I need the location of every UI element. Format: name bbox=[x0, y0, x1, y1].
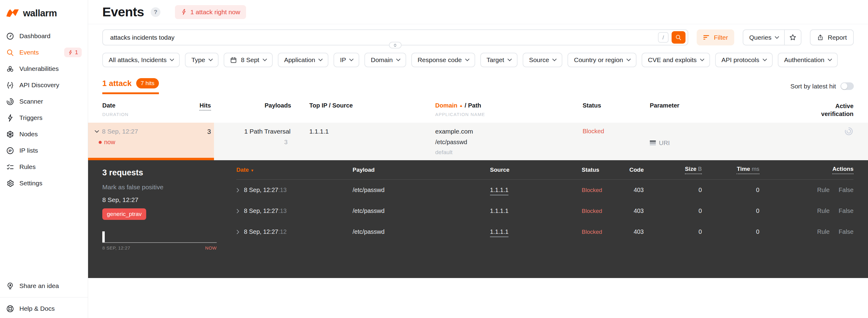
request-code: 403 bbox=[618, 228, 644, 235]
chip-country[interactable]: Country or region bbox=[567, 53, 636, 67]
attack-row[interactable]: 8 Sep, 12:27 now 3 1 Path Traversal 3 1.… bbox=[88, 123, 868, 160]
false-action[interactable]: False bbox=[839, 207, 854, 214]
request-row[interactable]: 8 Sep, 12:27:13 /etc/passwd 1.1.1.1 Bloc… bbox=[236, 201, 854, 222]
chip-label: IP bbox=[340, 56, 346, 64]
col-date[interactable]: Date ▼ bbox=[236, 167, 352, 173]
biohazard-icon bbox=[6, 65, 14, 73]
chip-api-protocols[interactable]: API protocols bbox=[715, 53, 773, 67]
rule-action[interactable]: Rule bbox=[817, 228, 830, 235]
chevron-down-icon bbox=[626, 57, 631, 61]
svg-text:IP: IP bbox=[8, 149, 11, 152]
false-action[interactable]: False bbox=[839, 186, 854, 194]
timeline-end: NOW bbox=[205, 245, 217, 251]
chevron-down-icon bbox=[465, 57, 469, 61]
request-time: 0 bbox=[702, 186, 760, 194]
sidebar-item-dashboard[interactable]: Dashboard bbox=[0, 28, 88, 44]
attack-top-ip[interactable]: 1.1.1.1 bbox=[294, 123, 435, 160]
scanner-icon bbox=[6, 97, 14, 106]
wallarm-logo-icon bbox=[6, 8, 19, 18]
api-braces-icon bbox=[6, 81, 14, 89]
sort-toggle[interactable] bbox=[840, 82, 854, 90]
chip-target[interactable]: Target bbox=[480, 53, 518, 67]
sidebar-item-rules[interactable]: Rules bbox=[0, 159, 88, 175]
sidebar-item-label: Dashboard bbox=[19, 32, 51, 40]
chevron-down-icon bbox=[349, 57, 353, 61]
chevron-down-icon bbox=[507, 57, 512, 61]
chip-cve[interactable]: CVE and exploits bbox=[642, 53, 710, 67]
col-time[interactable]: Time ms bbox=[702, 166, 760, 174]
chip-domain[interactable]: Domain bbox=[364, 53, 406, 67]
queries-button-label: Queries bbox=[749, 34, 771, 41]
filter-button-label: Filter bbox=[714, 34, 728, 41]
request-date: 8 Sep, 12:27 bbox=[244, 207, 278, 214]
chip-label: Type bbox=[191, 56, 205, 64]
chevron-down-icon bbox=[263, 57, 267, 61]
share-an-idea-link[interactable]: Share an idea bbox=[0, 277, 88, 295]
col-hits[interactable]: Hits bbox=[188, 102, 214, 118]
request-payload: /etc/passwd bbox=[352, 228, 490, 235]
request-seconds: :12 bbox=[278, 228, 287, 235]
filter-button[interactable]: Filter bbox=[697, 29, 735, 46]
request-row[interactable]: 8 Sep, 12:27:13 /etc/passwd 1.1.1.1 Bloc… bbox=[236, 180, 854, 201]
request-date: 8 Sep, 12:27 bbox=[244, 186, 278, 193]
detail-summary: 3 requests Mark as false positive 8 Sep,… bbox=[88, 160, 236, 278]
chip-ip[interactable]: IP bbox=[334, 53, 359, 67]
search-button[interactable] bbox=[672, 31, 685, 44]
request-seconds: :13 bbox=[278, 207, 287, 214]
help-icon[interactable]: ? bbox=[151, 7, 160, 17]
sidebar-footer: Share an idea Help & Docs bbox=[0, 277, 88, 318]
chip-response-code[interactable]: Response code bbox=[411, 53, 475, 67]
sidebar-item-triggers[interactable]: Triggers bbox=[0, 110, 88, 126]
gear-icon bbox=[6, 179, 14, 187]
col-application-name: APPLICATION NAME bbox=[435, 112, 583, 117]
chip-source[interactable]: Source bbox=[523, 53, 563, 67]
favorite-queries-button[interactable] bbox=[784, 30, 801, 45]
sidebar-item-ip-lists[interactable]: IP IP lists bbox=[0, 142, 88, 159]
brand-logo[interactable]: wallarm bbox=[0, 0, 88, 28]
chip-label: Domain bbox=[371, 56, 393, 64]
attack-domain: example.com bbox=[435, 128, 583, 135]
col-domain-path[interactable]: Domain ▲ / Path APPLICATION NAME bbox=[435, 102, 583, 118]
help-and-docs-link[interactable]: Help & Docs bbox=[0, 299, 88, 318]
lifebuoy-icon bbox=[6, 305, 14, 313]
attack-application: default bbox=[435, 149, 583, 156]
attack-signature-tag[interactable]: generic_ptrav bbox=[102, 208, 146, 220]
attack-alert-badge[interactable]: 1 attack right now bbox=[175, 5, 246, 19]
star-icon bbox=[789, 34, 797, 41]
sidebar-item-api-discovery[interactable]: API Discovery bbox=[0, 77, 88, 93]
queries-button[interactable]: Queries bbox=[743, 30, 784, 45]
chip-authentication[interactable]: Authentication bbox=[778, 53, 838, 67]
request-row[interactable]: 8 Sep, 12:27:12 /etc/passwd 1.1.1.1 Bloc… bbox=[236, 222, 854, 242]
sidebar-item-nodes[interactable]: Nodes bbox=[0, 126, 88, 142]
chip-date[interactable]: 8 Sept bbox=[224, 53, 273, 67]
sidebar-item-vulnerabilities[interactable]: Vulnerabilities bbox=[0, 61, 88, 77]
search-input[interactable] bbox=[110, 34, 658, 41]
chip-attacks-incidents[interactable]: All attacks, Incidents bbox=[102, 53, 180, 67]
attack-count-tab[interactable]: 1 attack 7 hits bbox=[102, 78, 159, 94]
sidebar-item-settings[interactable]: Settings bbox=[0, 175, 88, 192]
false-action[interactable]: False bbox=[839, 228, 854, 235]
chip-application[interactable]: Application bbox=[278, 53, 329, 67]
search-expand-handle[interactable] bbox=[389, 42, 402, 49]
request-source[interactable]: 1.1.1.1 bbox=[490, 228, 508, 237]
col-size[interactable]: Size B bbox=[644, 166, 702, 174]
request-source[interactable]: 1.1.1.1 bbox=[490, 207, 508, 214]
sidebar-item-events[interactable]: Events 1 bbox=[0, 44, 88, 61]
attack-verification-cell[interactable] bbox=[805, 123, 868, 160]
chevron-down-icon bbox=[775, 34, 779, 38]
sidebar-item-scanner[interactable]: Scanner bbox=[0, 93, 88, 110]
rule-action[interactable]: Rule bbox=[817, 186, 830, 194]
mark-false-positive-link[interactable]: Mark as false positive bbox=[102, 183, 224, 191]
search-icon bbox=[6, 49, 14, 57]
rule-action[interactable]: Rule bbox=[817, 207, 830, 214]
chevron-down-icon bbox=[552, 57, 557, 61]
attack-row-date-cell: 8 Sep, 12:27 now bbox=[88, 123, 188, 160]
request-source[interactable]: 1.1.1.1 bbox=[490, 186, 508, 195]
attack-domain-cell: example.com /etc/passwd default bbox=[435, 123, 583, 160]
footer-item-label: Help & Docs bbox=[19, 305, 55, 312]
report-button[interactable]: Report bbox=[810, 29, 854, 46]
chip-type[interactable]: Type bbox=[185, 53, 218, 67]
ip-circle-icon: IP bbox=[6, 147, 14, 155]
attacks-table-header: Date DURATION Hits Payloads Top IP / Sou… bbox=[88, 102, 868, 118]
col-actions[interactable]: Actions bbox=[760, 166, 854, 174]
